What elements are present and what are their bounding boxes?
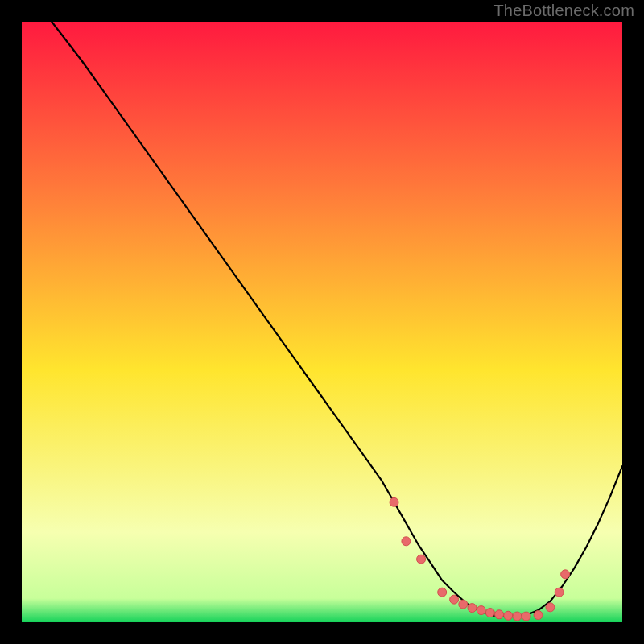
data-dot xyxy=(402,537,411,546)
data-dot xyxy=(485,609,494,617)
data-dot xyxy=(513,612,522,621)
gradient-background xyxy=(22,22,622,622)
data-dot xyxy=(417,555,426,564)
watermark-label: TheBottleneck.com xyxy=(493,2,634,20)
data-dot xyxy=(477,606,485,615)
plot-area xyxy=(22,22,622,622)
data-dot xyxy=(555,588,564,597)
data-dot xyxy=(522,612,530,621)
chart-container: TheBottleneck.com xyxy=(0,0,644,644)
data-dot xyxy=(390,497,398,506)
data-dot xyxy=(438,588,447,597)
data-dot xyxy=(546,603,555,612)
data-dot xyxy=(534,611,543,620)
data-dot xyxy=(450,595,459,604)
data-dot xyxy=(459,600,468,609)
data-dot xyxy=(504,611,513,620)
data-dot xyxy=(495,610,504,619)
plot-svg xyxy=(22,22,622,622)
data-dot xyxy=(561,570,570,579)
data-dot xyxy=(468,604,477,613)
